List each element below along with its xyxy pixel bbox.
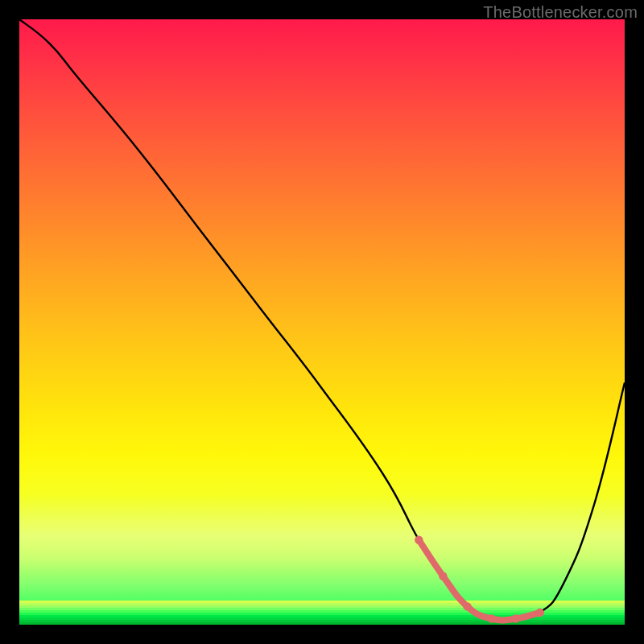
yellow-glow-band bbox=[19, 496, 625, 576]
chart-frame bbox=[19, 19, 625, 625]
bottom-stripes bbox=[19, 601, 625, 625]
